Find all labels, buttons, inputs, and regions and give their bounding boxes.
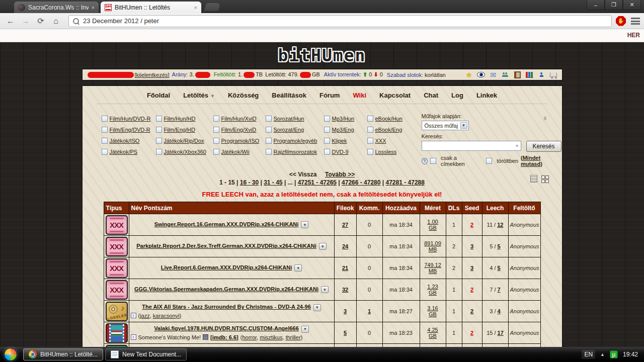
category-link[interactable]: Rajzfilmsorozatok [274, 149, 317, 155]
category-checkbox[interactable] [266, 149, 272, 155]
row-dropdown-button[interactable]: ▼ [319, 243, 327, 250]
category-checkbox[interactable] [213, 127, 219, 133]
nav-item-wiki[interactable]: Wiki [353, 92, 366, 99]
category-checkbox[interactable] [213, 138, 219, 144]
size-link[interactable]: 891.09MB [424, 240, 441, 252]
page-link[interactable]: 31 - 45 [264, 179, 282, 186]
page-link[interactable]: 47281 - 47288 [386, 179, 425, 186]
category-link[interactable]: Sorozat/Hun [274, 116, 304, 122]
category-checkbox[interactable] [156, 116, 162, 122]
category-link[interactable]: Játékok/ISO [110, 138, 140, 144]
grid-view-icon[interactable] [541, 175, 548, 182]
category-checkbox[interactable] [324, 149, 330, 155]
category-link[interactable]: Játékok/Wii [221, 149, 250, 155]
tab-bithumen[interactable]: bH BitHUmen :: Letöltés × [101, 2, 201, 13]
comments-count-link[interactable]: 1 [368, 308, 371, 314]
seed-count-link[interactable]: 2 [470, 308, 473, 314]
bookmark-label[interactable]: HER [627, 32, 640, 39]
leech-total-link[interactable]: 17 [498, 330, 504, 336]
category-checkbox[interactable] [266, 138, 272, 144]
address-bar[interactable]: 23 December 2012 / peter [68, 15, 612, 27]
category-link[interactable]: Játékok/Rip/Dox [164, 138, 204, 144]
contacts-book-icon[interactable] [513, 71, 522, 79]
category-link[interactable]: XXX [375, 138, 386, 144]
tag-link[interactable]: karacsonyi [153, 313, 180, 319]
help-icon[interactable]: ? [422, 158, 428, 164]
category-link[interactable]: Sorozat/Eng [274, 127, 304, 133]
category-checkbox[interactable] [102, 116, 108, 122]
torrent-name-link[interactable]: Valaki.figyel.1978.HUN.DVDR.NTSC.CUSTOM-… [154, 325, 299, 331]
category-checkbox[interactable] [266, 127, 272, 133]
nav-item-letöltés[interactable]: Letöltés▼ [183, 92, 215, 99]
new-tab-button[interactable] [204, 3, 220, 11]
lossless-category-icon[interactable]: ♪LOSSLESS [106, 302, 128, 321]
category-link[interactable]: Programok/egyéb [274, 138, 317, 144]
nav-item-fórum[interactable]: Fórum [319, 92, 340, 99]
adblock-icon[interactable]: ✋ [616, 16, 626, 26]
category-link[interactable]: Film/Eng/XviD [221, 127, 257, 133]
size-link[interactable]: 4.25GB [427, 327, 438, 339]
home-button[interactable]: ⌂ [49, 15, 62, 27]
category-checkbox[interactable] [213, 149, 219, 155]
category-checkbox[interactable] [367, 127, 373, 133]
row-dropdown-button[interactable]: ▼ [301, 221, 308, 228]
category-checkbox[interactable] [102, 149, 108, 155]
page-link[interactable]: 16 - 30 [240, 179, 259, 186]
category-checkbox[interactable] [266, 116, 272, 122]
logout-link[interactable]: [kijelentkezés] [135, 72, 170, 78]
tag-link[interactable]: jazz [140, 313, 150, 319]
category-checkbox[interactable] [156, 138, 162, 144]
category-link[interactable]: Lossless [375, 149, 397, 155]
leech-total-link[interactable]: 7 [498, 287, 501, 293]
category-link[interactable]: eBook/Hun [375, 116, 403, 122]
leech-total-link[interactable]: 12 [497, 222, 503, 228]
files-count-link[interactable]: 32 [342, 287, 348, 293]
start-button[interactable] [4, 348, 17, 361]
files-count-link[interactable]: 5 [344, 330, 347, 336]
browser-menu-icon[interactable] [631, 18, 640, 25]
xxx-category-icon[interactable]: XXX [106, 237, 128, 256]
seed-count-link[interactable]: 3 [470, 243, 473, 249]
size-link[interactable]: 749.12MB [424, 262, 441, 274]
category-link[interactable]: Mp3/Eng [332, 127, 354, 133]
seed-count-link[interactable]: 2 [470, 222, 473, 228]
leech-total-link[interactable]: 4 [498, 308, 501, 314]
nav-item-beállítások[interactable]: Beállítások [272, 92, 306, 99]
user-icon[interactable] [537, 71, 546, 79]
torrent-name-link[interactable]: Swinger.Report.16.German.XXX.DVDRip.x264… [154, 221, 299, 227]
torrent-name-link[interactable]: Parkplatz.Report.2.Der.Sex.Treff.German.… [136, 243, 316, 249]
list-view-icon[interactable] [530, 175, 537, 183]
category-link[interactable]: Játékok/Xbox360 [164, 149, 206, 155]
friends-icon[interactable] [501, 71, 510, 79]
tray-expand-icon[interactable]: ▲ [600, 352, 605, 357]
category-link[interactable]: Programok/ISO [221, 138, 260, 144]
nav-item-log[interactable]: Log [451, 92, 463, 99]
nav-item-közösség[interactable]: Közösség [228, 92, 259, 99]
category-link[interactable]: Film/Eng/HD [164, 127, 195, 133]
category-checkbox[interactable] [324, 116, 330, 122]
pager-next[interactable]: Tovább >> [325, 171, 355, 178]
category-link[interactable]: Film/Hun/HD [164, 116, 196, 122]
files-count-link[interactable]: 21 [342, 265, 348, 271]
stats-chart-icon[interactable] [525, 71, 534, 79]
eye-icon[interactable] [477, 71, 486, 79]
taskbar-task-notepad[interactable]: New Text Document... [105, 348, 187, 360]
category-checkbox[interactable] [156, 149, 162, 155]
panel-close-icon[interactable]: x [544, 115, 547, 122]
category-link[interactable]: Film/Hun/DVD-R [110, 116, 151, 122]
show-all-link[interactable]: Mindet mutasd [521, 155, 540, 167]
film-hun-category-icon[interactable] [106, 323, 128, 343]
forward-button[interactable]: → [19, 15, 32, 27]
category-checkbox[interactable] [324, 127, 330, 133]
row-dropdown-button[interactable]: ▼ [321, 286, 329, 293]
category-checkbox[interactable] [156, 127, 162, 133]
genre-select[interactable]: Összes műfaj ▼ [422, 121, 469, 130]
tag-link[interactable]: horror [242, 334, 257, 340]
tab-close-icon[interactable]: × [92, 5, 95, 11]
row-dropdown-button[interactable]: ▼ [313, 304, 321, 311]
reload-button[interactable]: ⟳ [34, 15, 47, 27]
close-button[interactable]: ✕ [623, 0, 641, 10]
torrent-name-link[interactable]: GGG.Viktorias.Spermaeskapaden.German.XXX… [134, 286, 318, 292]
category-link[interactable]: Játékok/PS [110, 149, 138, 155]
mail-icon[interactable]: ✉ [489, 71, 498, 79]
